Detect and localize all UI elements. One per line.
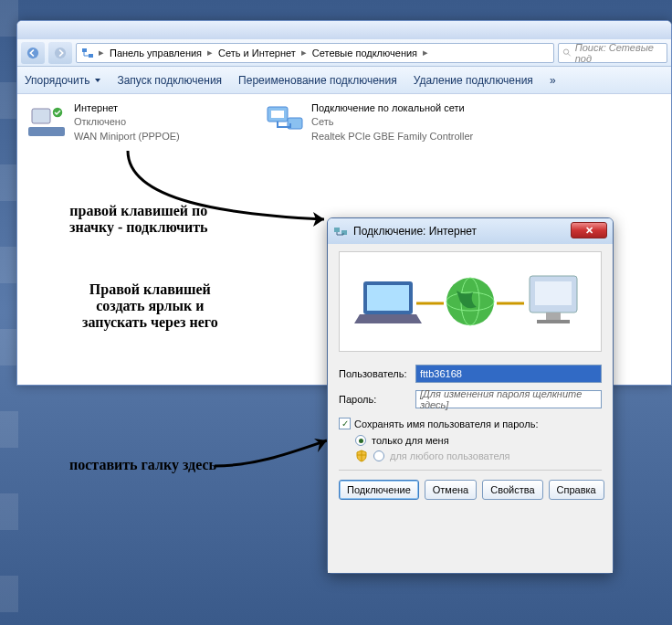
svg-rect-6 [32,109,50,123]
dialog-title: Подключение: Интернет [353,225,477,238]
arrow-1 [100,146,338,238]
chevron-right-icon: ▸ [421,47,430,58]
username-label: Пользователь: [339,368,415,379]
connection-status: Отключено [74,115,180,129]
delete-connection-button[interactable]: Удаление подключения [414,74,533,87]
connection-dialog: Подключение: Интернет ✕ [327,217,614,574]
button-label: Подключение [347,484,411,495]
svg-point-1 [55,47,66,58]
checkbox-label: Сохранять имя пользователя и пароль: [354,418,538,429]
toolbar-label: Упорядочить [25,74,89,87]
dialog-illustration [339,251,602,352]
button-label: Свойства [490,484,534,495]
chevron-down-icon [95,79,100,82]
svg-rect-5 [28,127,65,136]
dialog-buttons: Подключение Отмена Свойства Справка [339,480,602,500]
toolbar-label: Удаление подключения [414,74,533,87]
svg-rect-11 [334,228,340,232]
chevron-right-icon: ▸ [299,47,309,58]
connection-device: WAN Miniport (PPPOE) [74,130,180,143]
navbar: ▸ Панель управления ▸ Сеть и Интернет ▸ … [17,39,671,67]
svg-rect-14 [367,285,409,311]
more-label: » [550,74,556,87]
more-button[interactable]: » [550,74,556,87]
chevron-right-icon: ▸ [97,47,106,58]
connection-icon [333,224,348,238]
username-value: fttb36168 [420,368,462,379]
dialog-body: Пользователь: fttb36168 Пароль: [Для изм… [328,244,613,573]
svg-rect-19 [535,281,572,305]
svg-point-4 [563,48,568,53]
radio-icon [355,435,366,446]
connection-device: Realtek PCIe GBE Family Controller [311,130,473,143]
svg-point-0 [27,47,38,58]
breadcrumb[interactable]: ▸ Панель управления ▸ Сеть и Интернет ▸ … [76,43,554,63]
lan-icon [262,101,306,142]
network-icon [80,46,95,60]
username-input[interactable]: fttb36168 [415,365,602,383]
svg-rect-3 [89,54,93,58]
cancel-button[interactable]: Отмена [425,480,477,500]
chevron-right-icon: ▸ [205,47,215,58]
password-placeholder: [Для изменения пароля щелкните здесь] [420,388,597,410]
arrow-left-icon [26,47,39,59]
toolbar: Упорядочить Запуск подключения Переимено… [17,67,671,94]
breadcrumb-item[interactable]: Сетевые подключения [309,48,421,58]
organize-menu[interactable]: Упорядочить [25,74,100,87]
close-icon: ✕ [585,225,593,237]
dialog-titlebar[interactable]: Подключение: Интернет ✕ [328,218,613,244]
radio-label: для любого пользователя [390,450,510,461]
shield-icon [355,450,368,462]
help-button[interactable]: Справка [549,480,604,500]
breadcrumb-item[interactable]: Сеть и Интернет [215,48,299,58]
radio-all-users[interactable]: для любого пользователя [355,450,602,462]
svg-rect-12 [341,230,347,235]
breadcrumb-item[interactable]: Панель управления [106,48,205,58]
save-credentials-checkbox[interactable]: ✓ Сохранять имя пользователя и пароль: [339,418,602,429]
separator [339,470,602,471]
modem-icon [25,101,68,142]
search-placeholder: Поиск: Сетевые под [575,42,663,64]
search-icon [562,48,572,58]
desktop-icons-blur [0,0,18,625]
search-input[interactable]: Поиск: Сетевые под [558,43,667,63]
svg-rect-20 [546,312,561,320]
explorer-titlebar [17,21,671,39]
button-label: Отмена [433,484,468,495]
nav-forward-button[interactable] [48,42,72,64]
connect-button[interactable]: Подключение [339,480,419,500]
arrow-2 [210,429,338,475]
password-input[interactable]: [Для изменения пароля щелкните здесь] [415,390,602,408]
svg-rect-21 [537,320,570,323]
nav-back-button[interactable] [21,42,45,64]
password-label: Пароль: [339,394,415,405]
annotation-2: Правой клавишей создать ярлык и запускат… [82,281,218,331]
connection-status: Сеть [311,115,473,129]
svg-rect-9 [271,111,284,118]
properties-button[interactable]: Свойства [482,480,542,500]
button-label: Справка [557,484,596,495]
radio-only-me[interactable]: только для меня [355,435,602,446]
password-row: Пароль: [Для изменения пароля щелкните з… [339,390,602,408]
close-button[interactable]: ✕ [571,222,607,238]
username-row: Пользователь: fttb36168 [339,365,602,383]
connection-title: Подключение по локальной сети [311,101,473,115]
start-connection-button[interactable]: Запуск подключения [117,74,222,87]
rename-connection-button[interactable]: Переименование подключения [238,74,397,87]
radio-icon [373,450,384,461]
svg-rect-2 [82,48,87,52]
checkbox-icon: ✓ [339,418,351,429]
toolbar-label: Переименование подключения [238,74,397,87]
toolbar-label: Запуск подключения [117,74,222,87]
arrow-right-icon [54,47,67,59]
connection-title: Интернет [74,101,180,115]
annotation-3: поставить галку здесь [69,457,216,473]
radio-label: только для меня [372,435,449,446]
